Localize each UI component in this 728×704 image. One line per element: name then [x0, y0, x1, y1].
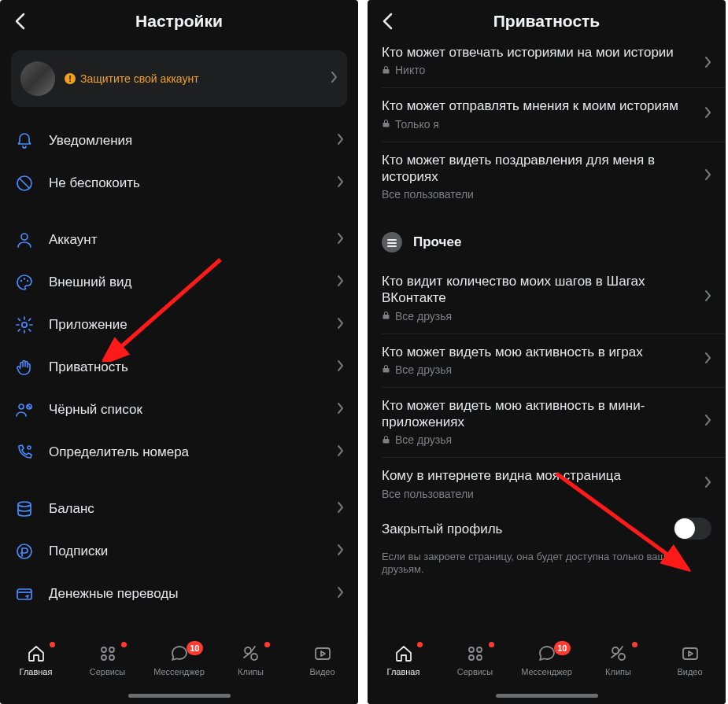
chevron-right-icon	[704, 56, 711, 72]
back-button[interactable]	[375, 9, 399, 33]
privacy-row-title: Кто может видеть мою активность в мини-п…	[382, 397, 697, 431]
chevron-right-icon	[337, 232, 344, 248]
privacy-row-sub: Все друзья	[382, 363, 697, 376]
services-icon	[465, 643, 486, 664]
settings-row-bell[interactable]: Уведомления	[0, 120, 358, 162]
hand-icon	[14, 357, 35, 378]
row-label: Уведомления	[49, 133, 323, 149]
page-title: Настройки	[135, 12, 223, 31]
tab-services[interactable]: Сервисы	[444, 643, 507, 676]
svg-line-1	[20, 179, 29, 188]
row-closed-profile[interactable]: Закрытый профиль	[368, 511, 726, 551]
tab-home[interactable]: Главная	[372, 643, 435, 676]
settings-row-blacklist[interactable]: Чёрный список	[0, 389, 358, 431]
privacy-scroll[interactable]: Кто может отвечать историями на мои исто…	[368, 41, 726, 635]
chevron-right-icon	[337, 501, 344, 517]
chevron-right-icon	[331, 71, 338, 87]
svg-point-6	[22, 323, 27, 327]
home-icon	[26, 643, 46, 664]
tab-chat[interactable]: 10Мессенджер	[148, 643, 211, 676]
privacy-row[interactable]: Кто может видеть поздравления для меня в…	[368, 142, 726, 212]
svg-rect-23	[387, 242, 397, 244]
back-button[interactable]	[8, 9, 31, 33]
profile-card[interactable]: ! Защитите свой аккаунт	[11, 50, 347, 107]
settings-header: Настройки	[0, 0, 358, 42]
svg-point-10	[28, 446, 31, 449]
chevron-right-icon	[337, 402, 344, 418]
privacy-row[interactable]: Кто видит количество моих шагов в Шагах …	[368, 264, 726, 334]
privacy-row-title: Кто может видеть поздравления для меня в…	[382, 152, 697, 186]
lock-icon	[382, 435, 390, 445]
privacy-row-sub: Никто	[382, 64, 697, 76]
settings-row-gear[interactable]: Приложение	[0, 304, 358, 346]
settings-row-subs[interactable]: Подписки	[0, 530, 358, 573]
privacy-header: Приватность	[368, 0, 726, 42]
page-title: Приватность	[493, 12, 601, 31]
chevron-right-icon	[704, 289, 711, 305]
notification-dot	[489, 642, 494, 647]
settings-row-balance[interactable]: Баланс	[0, 488, 358, 530]
privacy-row[interactable]: Кто может видеть мою активность в играхВ…	[368, 334, 726, 387]
tab-label: Видео	[309, 667, 334, 676]
tab-label: Сервисы	[457, 667, 493, 676]
protect-account-row: ! Защитите свой аккаунт	[65, 72, 321, 85]
warning-icon: !	[65, 73, 76, 84]
subs-icon	[14, 541, 35, 562]
clips-icon	[241, 643, 261, 664]
privacy-row-title: Кто может отправлять мнения к моим истор…	[382, 98, 697, 114]
tab-label: Клипы	[238, 667, 264, 676]
privacy-row[interactable]: Кому в интернете видна моя страницаВсе п…	[368, 458, 726, 510]
svg-point-16	[102, 655, 106, 660]
tab-label: Видео	[677, 667, 702, 676]
privacy-row-value: Все друзья	[395, 310, 452, 323]
tab-label: Главная	[387, 667, 420, 676]
settings-row-transfer[interactable]: Денежные переводы	[0, 573, 358, 615]
svg-point-30	[619, 654, 625, 660]
settings-screen: Настройки ! Защитите свой аккаунт Уведом…	[0, 0, 358, 704]
chevron-right-icon	[337, 544, 344, 559]
privacy-row[interactable]: Кто может видеть мою активность в мини-п…	[368, 388, 726, 458]
tab-services[interactable]: Сервисы	[76, 643, 139, 676]
privacy-row-sub: Все друзья	[382, 310, 697, 323]
privacy-row[interactable]: Кто может отвечать историями на мои исто…	[368, 41, 726, 87]
svg-rect-20	[316, 648, 330, 659]
row-label: Внешний вид	[49, 275, 323, 290]
tab-clips[interactable]: Клипы	[587, 643, 650, 676]
svg-point-14	[102, 647, 106, 652]
row-label: Баланс	[49, 501, 323, 517]
chevron-right-icon	[337, 133, 344, 149]
protect-account-label: Защитите свой аккаунт	[80, 72, 199, 85]
svg-point-19	[251, 654, 257, 660]
settings-scroll[interactable]: ! Защитите свой аккаунт УведомленияНе бе…	[0, 42, 358, 635]
home-indicator[interactable]	[128, 694, 231, 698]
clips-icon	[608, 643, 629, 664]
transfer-icon	[14, 584, 35, 604]
tab-video[interactable]: Видео	[659, 643, 722, 676]
blacklist-icon	[14, 400, 35, 420]
privacy-row[interactable]: Кто может отправлять мнения к моим истор…	[368, 88, 726, 141]
privacy-screen: Приватность Кто может отвечать историями…	[368, 0, 726, 704]
settings-row-callerid[interactable]: Определитель номера	[0, 431, 358, 474]
settings-row-dnd[interactable]: Не беспокоить	[0, 162, 358, 205]
gear-icon	[14, 315, 35, 335]
row-label: Не беспокоить	[49, 175, 323, 191]
tab-clips[interactable]: Клипы	[220, 643, 283, 676]
tab-chat[interactable]: 10Мессенджер	[516, 643, 578, 676]
svg-point-5	[27, 280, 28, 282]
settings-row-palette[interactable]: Внешний вид	[0, 261, 358, 304]
tab-label: Сервисы	[90, 667, 126, 676]
settings-row-hand[interactable]: Приватность	[0, 346, 358, 389]
settings-row-account[interactable]: Аккаунт	[0, 219, 358, 261]
tab-video[interactable]: Видео	[291, 643, 354, 676]
tab-home[interactable]: Главная	[5, 643, 68, 676]
notification-dot	[632, 642, 637, 647]
closed-profile-toggle[interactable]	[674, 518, 711, 540]
privacy-row-sub: Все пользователи	[382, 488, 697, 500]
row-label: Чёрный список	[49, 402, 323, 418]
video-icon	[680, 643, 700, 664]
chevron-right-icon	[337, 586, 344, 602]
home-indicator[interactable]	[496, 694, 598, 698]
privacy-row-value: Все пользователи	[382, 488, 474, 500]
privacy-row-title: Кому в интернете видна моя страница	[382, 467, 697, 484]
tab-label: Главная	[20, 667, 53, 676]
